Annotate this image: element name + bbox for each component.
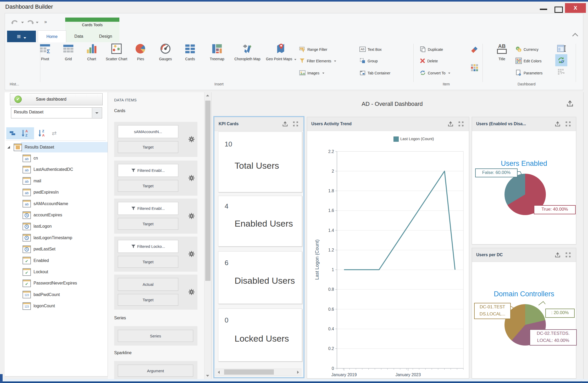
tree-view-icon[interactable] — [9, 130, 16, 137]
insert-geo-point-maps-button[interactable]: Geo Point Maps — [264, 43, 298, 61]
disabled-refresh-colors-button[interactable] — [557, 68, 565, 77]
kpi-card[interactable]: 0Locked Users — [218, 309, 302, 362]
series-slot[interactable]: Series — [118, 330, 193, 342]
edit-colors-button[interactable]: Edit Colors — [515, 57, 541, 65]
tree-root-row[interactable]: Results Dataset — [5, 142, 108, 152]
maximize-icon[interactable] — [457, 120, 465, 128]
kpi-cards-panel[interactable]: KPI Cards 10Total Users4Enabled Users6Di… — [213, 116, 304, 378]
pie-enabled-header[interactable]: Users (Enabled vs Disa... — [472, 117, 576, 131]
gear-icon[interactable] — [188, 288, 195, 297]
text-box-button[interactable]: AB Text Box — [359, 45, 382, 54]
field-row-lastLogonTimestamp[interactable]: lastLogonTimestamp — [5, 233, 108, 243]
argument-slot[interactable]: Argument — [118, 365, 193, 377]
field-row-cn[interactable]: abcn — [5, 153, 108, 163]
tab-container-button[interactable]: Tab Container — [359, 69, 390, 77]
qat-overflow-button[interactable]: » — [44, 19, 47, 25]
app-menu-button[interactable]: ≡ — [7, 31, 36, 42]
collapse-ribbon-icon[interactable] — [572, 33, 578, 39]
target-slot[interactable]: Target — [118, 256, 178, 268]
insert-grid-button[interactable]: <18>Grid — [57, 43, 80, 61]
kpi-horizontal-scrollbar[interactable] — [215, 369, 301, 376]
filter-elements-button[interactable]: Filter Elements — [299, 57, 336, 65]
maximize-icon[interactable] — [564, 251, 572, 259]
field-row-PasswordNeverExpires[interactable]: ✔PasswordNeverExpires — [5, 278, 108, 288]
scroll-up-icon[interactable] — [206, 95, 209, 96]
field-row-logonCount[interactable]: 123logonCount — [5, 301, 108, 311]
images-button[interactable]: Images — [299, 69, 324, 77]
scrollbar-thumb[interactable] — [224, 369, 274, 375]
maximize-icon[interactable] — [564, 120, 572, 128]
scroll-left-icon[interactable] — [218, 371, 220, 374]
insert-chart-button[interactable]: Chart — [80, 43, 103, 61]
tab-design[interactable]: Design — [92, 30, 119, 42]
parameters-button[interactable]: Parameters — [515, 69, 542, 77]
field-row-Enabled[interactable]: ✔Enabled — [5, 255, 108, 266]
insert-treemap-button[interactable]: Treemap — [204, 43, 230, 61]
maximize-icon[interactable] — [292, 120, 299, 128]
pie-enabled-panel[interactable]: Users (Enabled vs Disa... Users Enabled … — [472, 117, 576, 244]
target-slot[interactable]: Target — [118, 141, 178, 153]
target-slot[interactable]: Target — [118, 294, 178, 306]
export-icon[interactable] — [281, 120, 289, 128]
insert-cards-button[interactable]: Cards — [178, 43, 202, 61]
sort-az-icon[interactable]: AZ — [21, 129, 29, 138]
resize-grip[interactable]: .. .. — [581, 380, 584, 382]
gear-icon[interactable] — [188, 136, 195, 144]
field-row-lastLogon[interactable]: lastLogon — [5, 221, 108, 232]
save-dashboard-button[interactable]: ✔ Save dashboard — [10, 93, 103, 105]
gear-icon[interactable] — [188, 174, 195, 183]
insert-scatter-chart-button[interactable]: Scatter Chart — [104, 43, 129, 61]
trend-panel-header[interactable]: Users Activity Trend — [307, 117, 469, 131]
tab-home[interactable]: Home — [38, 30, 66, 42]
auto-layout-button[interactable] — [557, 44, 566, 54]
close-button[interactable]: X — [565, 3, 586, 13]
actual-slot[interactable]: Filtered Enabl... — [118, 202, 178, 215]
field-row-mail[interactable]: abmail — [5, 176, 108, 186]
kpi-card[interactable]: 4Enabled Users — [218, 196, 302, 247]
insert-choropleth-map-button[interactable]: Choropleth Map — [232, 43, 263, 61]
scroll-right-icon[interactable] — [297, 371, 299, 374]
actual-slot[interactable]: sAMAccountN... — [118, 125, 178, 138]
gear-icon[interactable] — [188, 212, 195, 221]
clear-style-button[interactable] — [470, 45, 479, 55]
field-row-LastAuthenticatedDC[interactable]: abLastAuthenticatedDC — [5, 164, 108, 175]
kpi-card[interactable]: 6Disabled Users — [218, 251, 302, 304]
maximize-button[interactable] — [554, 7, 563, 13]
actual-slot[interactable]: Filtered Locko... — [118, 240, 178, 253]
title-button[interactable]: AB Title — [490, 43, 514, 61]
minimize-button[interactable] — [540, 9, 547, 10]
field-row-badPwdCount[interactable]: 123badPwdCount — [5, 289, 108, 300]
insert-pies-button[interactable]: Pies — [129, 43, 152, 61]
trend-panel[interactable]: Users Activity Trend Last Logon (Count) … — [307, 117, 469, 379]
automatic-updates-button[interactable] — [555, 54, 567, 66]
convert-to-button[interactable]: Convert To — [420, 69, 450, 77]
field-row-sAMAccountName[interactable]: absAMAccountName — [5, 199, 108, 209]
item-colors-button[interactable] — [470, 64, 479, 73]
duplicate-button[interactable]: Duplicate — [420, 45, 443, 54]
field-row-Lockout[interactable]: ✔Lockout — [5, 267, 108, 277]
redo-dropdown-icon[interactable] — [36, 22, 38, 23]
sort-za-icon[interactable]: ZA — [38, 129, 46, 138]
target-slot[interactable]: Target — [118, 218, 178, 230]
kpi-panel-header[interactable]: KPI Cards — [214, 117, 303, 131]
target-slot[interactable]: Target — [118, 180, 178, 192]
export-icon[interactable] — [554, 251, 561, 259]
group-button[interactable]: Group — [359, 57, 378, 65]
tab-data[interactable]: Data — [66, 30, 92, 42]
field-row-accountExpires[interactable]: accountExpires — [5, 210, 108, 220]
kpi-card[interactable]: 10Total Users — [218, 132, 302, 192]
insert-pivot-button[interactable]: ΣPivot — [33, 43, 57, 61]
actual-slot[interactable]: Actual — [118, 278, 178, 291]
export-icon[interactable] — [554, 120, 561, 128]
dataset-selector[interactable]: Results Dataset — [11, 107, 102, 118]
gear-icon[interactable] — [188, 250, 195, 259]
pie-dc-header[interactable]: Users per DC — [472, 248, 576, 262]
field-row-pwdExpiresIn[interactable]: abpwdExpiresIn — [5, 187, 108, 198]
scrollbar-thumb[interactable] — [205, 101, 210, 281]
insert-gauges-button[interactable]: Gauges — [153, 43, 177, 61]
swap-fields-icon[interactable]: ⇄ — [52, 130, 57, 137]
currency-button[interactable]: €$ Currency — [515, 45, 539, 54]
export-icon[interactable] — [565, 99, 573, 106]
actual-slot[interactable]: Filtered Enabl... — [118, 164, 178, 177]
pie-dc-panel[interactable]: Users per DC Domain Controllers DC-01.TE… — [472, 248, 576, 379]
